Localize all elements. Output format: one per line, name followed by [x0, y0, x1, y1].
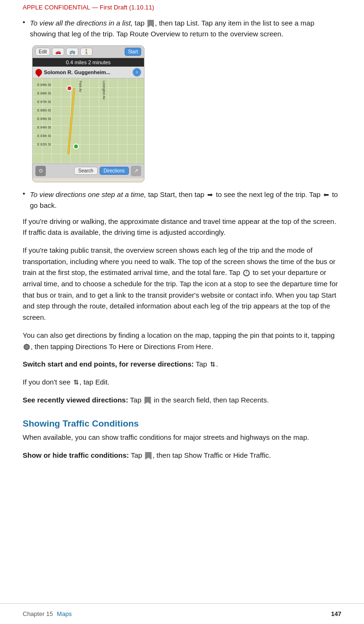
switch-directions-para: Switch start and end points, for reverse… — [23, 359, 341, 370]
bookmark-icon — [147, 20, 154, 27]
map-label-4: E 86th St — [37, 109, 51, 112]
bullet-dot-2: • — [23, 189, 25, 197]
swap-icon: ⇅ — [210, 360, 215, 370]
showing-traffic-heading: Showing Traffic Conditions — [23, 419, 341, 429]
switch-label: Switch start and end points, for reverse… — [23, 360, 194, 368]
footer-bar: Chapter 15 Maps 147 — [0, 603, 364, 624]
swap-icon-2: ⇅ — [73, 378, 78, 388]
pin-icon — [24, 344, 30, 350]
paragraph-1: If you're driving or walking, the approx… — [23, 216, 341, 238]
show-hide-traffic-para: Show or hide traffic conditions: Tap , t… — [23, 450, 341, 461]
map-label-3: E 87th St — [37, 100, 51, 103]
footer-maps-link[interactable]: Maps — [57, 610, 72, 617]
map-label-6: E 84th St — [37, 126, 51, 129]
traffic-conditions-para: When available, you can show traffic con… — [23, 432, 341, 443]
arrow-left-icon: ⬅ — [323, 190, 329, 200]
map-start-pin — [67, 85, 72, 91]
bullet1-italic: To view all the directions in a list, — [30, 19, 133, 27]
map-distance-bar: 0.4 miles 2 minutes — [33, 58, 144, 67]
map-directions-btn[interactable]: Directions — [100, 167, 129, 175]
paragraph-3: You can also get directions by finding a… — [23, 330, 341, 352]
show-hide-label: Show or hide traffic conditions: — [23, 451, 129, 459]
map-search-btn[interactable]: Search — [74, 167, 98, 175]
recently-label: See recently viewed directions: — [23, 396, 128, 404]
bullet2-italic: To view directions one step at a time, — [30, 190, 146, 198]
map-label-8: E 82th St — [37, 143, 51, 146]
bullet-text-2: To view directions one step at a time, t… — [30, 189, 341, 211]
map-end-pin — [73, 144, 79, 149]
paragraph-2: If you're taking public transit, the ove… — [23, 245, 341, 323]
see-swap-para: If you don't see ⇅, tap Edit. — [23, 376, 341, 388]
map-transit-btn[interactable]: 🚌 — [66, 48, 78, 56]
map-bottom-bar: ⊙ Search Directions ↗ — [33, 163, 144, 178]
map-location-text: Solomon R. Guggenheim... — [44, 69, 110, 75]
map-label-5: E 85th St — [37, 117, 51, 120]
bullet-dot-1: • — [23, 18, 25, 26]
arrow-right-icon: ➡ — [207, 190, 213, 200]
map-label-9: Park Av — [79, 81, 82, 92]
map-label-10: Lexington Av — [102, 81, 106, 100]
map-toolbar: Edit 🚗 🚌 🚶 Start — [33, 46, 144, 58]
bookmark-icon-2 — [144, 397, 151, 404]
map-body: E 89th St E 88th St E 87th St E 86th St … — [33, 78, 144, 163]
show-hide-text: Tap , then tap Show Traffic or Hide Traf… — [131, 451, 271, 459]
map-location-pin — [34, 68, 43, 77]
map-label-1: E 89th St — [37, 83, 51, 86]
map-screenshot: Edit 🚗 🚌 🚶 Start 0.4 miles 2 minutes Sol… — [32, 45, 144, 182]
bullet-section-1: • To view all the directions in a list, … — [23, 17, 341, 182]
bookmark-icon-3 — [145, 452, 152, 460]
recently-viewed-para: See recently viewed directions: Tap in t… — [23, 394, 341, 406]
map-label-2: E 88th St — [37, 92, 51, 95]
map-share-btn[interactable]: ↗ — [131, 166, 141, 176]
bullet-item-1: • To view all the directions in a list, … — [23, 17, 341, 40]
map-arrow-btn[interactable]: › — [133, 68, 141, 77]
map-location-bar: Solomon R. Guggenheim... › — [33, 67, 144, 78]
see-swap-text: If you don't see ⇅, tap Edit. — [23, 378, 110, 386]
map-label-7: E 83th St — [37, 134, 51, 137]
map-start-btn[interactable]: Start — [125, 48, 141, 56]
map-edit-btn[interactable]: Edit — [35, 48, 50, 56]
map-bottom-icon[interactable]: ⊙ — [35, 166, 46, 176]
footer-page-number: 147 — [331, 610, 341, 617]
confidential-header: APPLE CONFIDENTIAL — First Draft (1.10.1… — [23, 4, 341, 11]
footer-chapter: Chapter 15 — [23, 610, 53, 617]
map-walk-btn[interactable]: 🚶 — [80, 48, 93, 56]
bullet-item-2: • To view directions one step at a time,… — [23, 189, 341, 211]
bullet-text-1: To view all the directions in a list, ta… — [30, 17, 341, 40]
map-car-btn[interactable]: 🚗 — [52, 48, 64, 56]
clock-icon — [243, 270, 250, 276]
